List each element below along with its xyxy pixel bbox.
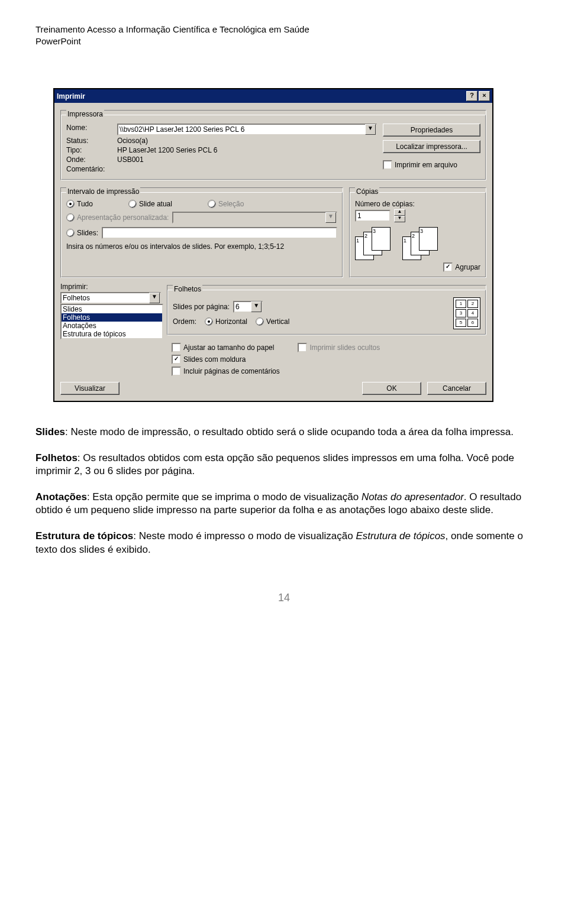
chevron-down-icon: ▼ bbox=[251, 301, 262, 312]
type-label: Tipo: bbox=[66, 146, 114, 154]
type-value: HP LaserJet 1200 Series PCL 6 bbox=[117, 146, 217, 154]
print-what-select[interactable]: Folhetos ▼ bbox=[60, 292, 161, 304]
print-range-group: Intervalo de impressão Tudo Slide atual … bbox=[61, 188, 343, 277]
where-value: USB001 bbox=[117, 155, 144, 164]
slides-range-hint: Insira os números e/ou os intervalos de … bbox=[66, 242, 337, 251]
slides-per-page-select[interactable]: 6 ▼ bbox=[233, 301, 263, 313]
document-body: Slides: Neste modo de impressão, o resul… bbox=[36, 426, 532, 556]
cancel-button[interactable]: Cancelar bbox=[427, 382, 486, 395]
comment-label: Comentário: bbox=[66, 165, 114, 173]
frame-slides-checkbox[interactable]: Slides com moldura bbox=[172, 355, 486, 364]
radio-custom-show: Apresentação personalizada: bbox=[66, 213, 169, 222]
copies-count-label: Número de cópias: bbox=[355, 200, 480, 208]
radio-current-slide[interactable]: Slide atual bbox=[128, 200, 172, 208]
copies-legend: Cópias bbox=[355, 187, 379, 196]
order-label: Ordem: bbox=[173, 317, 196, 326]
term-slides: Slides bbox=[36, 426, 65, 437]
custom-show-select: ▼ bbox=[172, 212, 337, 223]
header-line2: PowerPoint bbox=[36, 35, 532, 47]
radio-slides[interactable]: Slides: bbox=[66, 229, 98, 237]
copies-group: Cópias Número de cópias: ▲ ▼ 1 2 3 1 2 3 bbox=[350, 188, 486, 277]
ok-button[interactable]: OK bbox=[362, 382, 421, 395]
print-dialog: Imprimir ? × Impressora Nome: \\bvs02\HP… bbox=[53, 88, 493, 402]
collate-diagram: 1 2 3 1 2 3 bbox=[355, 227, 480, 262]
printer-name-label: Nome: bbox=[66, 124, 114, 135]
print-what-listbox[interactable]: Slides Folhetos Anotações Estrutura de t… bbox=[60, 304, 163, 339]
handouts-preview-icon: 123456 bbox=[453, 297, 480, 329]
printer-legend: Impressora bbox=[66, 110, 104, 118]
find-printer-button[interactable]: Localizar impressora... bbox=[383, 140, 480, 153]
print-to-file-checkbox[interactable]: Imprimir em arquivo bbox=[383, 160, 480, 170]
list-item[interactable]: Slides bbox=[62, 305, 162, 313]
chevron-down-icon: ▼ bbox=[325, 212, 336, 223]
header-line1: Treinamento Acesso a Informação Científi… bbox=[36, 24, 532, 35]
list-item[interactable]: Folhetos bbox=[62, 313, 162, 322]
handouts-group: Folhetos Slides por página: 6 ▼ Ordem: bbox=[167, 286, 486, 335]
slides-per-page-label: Slides por página: bbox=[173, 303, 230, 311]
print-range-legend: Intervalo de impressão bbox=[66, 187, 140, 196]
include-comments-checkbox[interactable]: Incluir páginas de comentários bbox=[172, 367, 486, 376]
radio-vertical[interactable]: Vertical bbox=[256, 317, 289, 326]
printer-group: Impressora Nome: \\bvs02\HP LaserJet 120… bbox=[61, 111, 486, 180]
status-label: Status: bbox=[66, 137, 114, 145]
print-to-file-label: Imprimir em arquivo bbox=[395, 161, 457, 169]
preview-button[interactable]: Visualizar bbox=[60, 382, 120, 395]
status-value: Ocioso(a) bbox=[117, 137, 148, 145]
radio-horizontal[interactable]: Horizontal bbox=[205, 317, 247, 326]
help-button[interactable]: ? bbox=[466, 91, 477, 101]
properties-button[interactable]: Propriedades bbox=[383, 124, 480, 137]
copies-count-input[interactable] bbox=[355, 210, 390, 222]
where-label: Onde: bbox=[66, 155, 114, 164]
list-item[interactable]: Estrutura de tópicos bbox=[62, 330, 162, 338]
chevron-down-icon: ▼ bbox=[149, 293, 160, 303]
slides-range-input[interactable] bbox=[102, 227, 337, 239]
spin-down-icon[interactable]: ▼ bbox=[394, 216, 405, 222]
chevron-down-icon: ▼ bbox=[365, 124, 376, 135]
dialog-title: Imprimir bbox=[57, 92, 85, 100]
handouts-legend: Folhetos bbox=[173, 285, 202, 293]
radio-selection: Seleção bbox=[208, 200, 244, 208]
term-anotacoes: Anotações bbox=[36, 491, 87, 502]
collate-checkbox[interactable]: Agrupar bbox=[355, 262, 480, 272]
printer-name-select[interactable]: \\bvs02\HP LaserJet 1200 Series PCL 6 ▼ bbox=[117, 124, 377, 135]
dialog-titlebar: Imprimir ? × bbox=[54, 89, 492, 103]
list-item[interactable]: Anotações bbox=[62, 322, 162, 330]
printer-name-value: \\bvs02\HP LaserJet 1200 Series PCL 6 bbox=[120, 125, 244, 134]
print-hidden-checkbox: Imprimir slides ocultos bbox=[298, 343, 380, 352]
scale-to-fit-checkbox[interactable]: Ajustar ao tamanho do papel bbox=[172, 343, 274, 352]
close-button[interactable]: × bbox=[479, 91, 490, 101]
term-folhetos: Folhetos bbox=[36, 452, 78, 463]
print-what-label: Imprimir: bbox=[60, 283, 161, 291]
radio-all[interactable]: Tudo bbox=[66, 200, 93, 208]
term-estrutura: Estrutura de tópicos bbox=[36, 530, 133, 542]
page-number: 14 bbox=[36, 592, 532, 604]
document-header: Treinamento Acesso a Informação Científi… bbox=[36, 24, 532, 47]
